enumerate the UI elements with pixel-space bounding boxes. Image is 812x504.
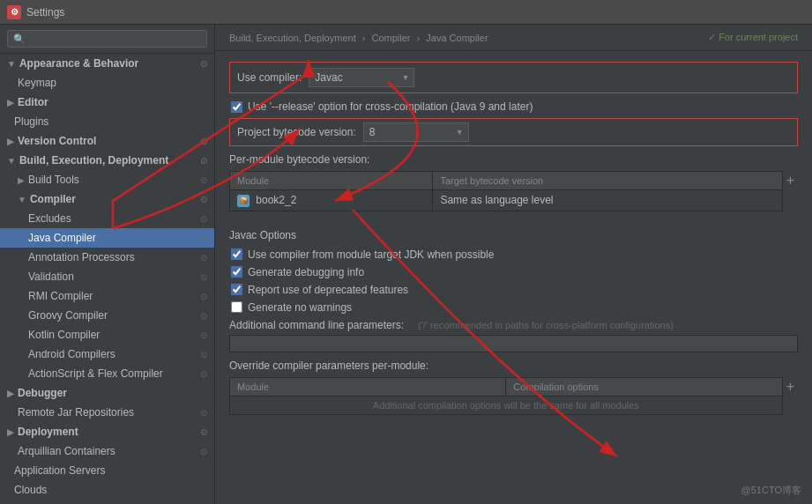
javac-option-4-row: Generate no warnings <box>229 301 798 314</box>
sidebar-icon-vc: ⊙ <box>200 137 207 146</box>
sidebar-item-plugins[interactable]: Plugins <box>0 112 214 131</box>
javac-option-2-label: Generate debugging info <box>248 266 364 278</box>
use-compiler-select[interactable]: Javac Eclipse Ajc <box>309 68 414 87</box>
javac-option-3-checkbox[interactable] <box>231 284 242 295</box>
sidebar: ▼Appearance & Behavior ⊙ Keymap ▶Editor … <box>0 25 215 504</box>
module-table: Module Target bytecode version 📦 book2_2… <box>229 171 783 211</box>
sidebar-item-remote-jar[interactable]: Remote Jar Repositories ⊙ <box>0 403 214 422</box>
sidebar-icon-build: ⊙ <box>200 156 207 166</box>
watermark: @51CTO博客 <box>741 484 801 497</box>
sidebar-item-groovy-compiler[interactable]: Groovy Compiler ⊙ <box>0 306 214 325</box>
content-body: Use compiler: Javac Eclipse Ajc Use '--r… <box>215 51 812 504</box>
module-version-cell: Same as language level <box>433 190 782 211</box>
title-bar-label: Settings <box>26 6 64 19</box>
sidebar-icon-validation: ⊙ <box>200 272 207 282</box>
sidebar-item-deployment[interactable]: ▶Deployment ⊙ <box>0 422 214 441</box>
use-compiler-row: Use compiler: Javac Eclipse Ajc <box>229 62 798 93</box>
sidebar-item-clouds[interactable]: Clouds <box>0 480 214 500</box>
override-hint-row: Additional compilation options will be t… <box>230 396 783 414</box>
javac-option-1-checkbox[interactable] <box>231 248 242 260</box>
content-header: Build, Execution, Deployment › Compiler … <box>215 25 812 51</box>
sidebar-item-excludes[interactable]: Excludes ⊙ <box>0 209 214 228</box>
javac-option-1-label: Use compiler from module target JDK when… <box>248 248 494 261</box>
search-input[interactable] <box>7 30 207 48</box>
sidebar-icon-android: ⊙ <box>200 350 207 359</box>
additional-params-input[interactable] <box>229 335 798 352</box>
sidebar-icon-kotlin: ⊙ <box>200 330 207 340</box>
javac-option-4-label: Generate no warnings <box>248 301 352 314</box>
bytecode-version-label: Project bytecode version: <box>237 126 356 138</box>
for-current-project: ✓ For current project <box>708 32 798 43</box>
content-area: Build, Execution, Deployment › Compiler … <box>215 25 812 504</box>
javac-option-3-row: Report use of deprecated features <box>229 284 798 296</box>
add-module-button[interactable]: + <box>783 171 798 190</box>
module-name-cell: 📦 book2_2 <box>230 190 433 211</box>
override-label: Override compiler parameters per-module: <box>229 359 798 372</box>
override-table: Module Compilation options Additional co… <box>229 377 783 415</box>
sidebar-icon-actionscript: ⊙ <box>200 369 207 379</box>
sidebar-item-actionscript[interactable]: ActionScript & Flex Compiler ⊙ <box>0 364 214 383</box>
sidebar-item-appearance[interactable]: ▼Appearance & Behavior ⊙ <box>0 54 214 73</box>
cross-compilation-label: Use '--release' option for cross-compila… <box>248 100 533 113</box>
title-bar: ⚙ Settings <box>0 0 812 25</box>
sidebar-icon-buildtools: ⊙ <box>200 175 207 185</box>
module-icon: 📦 <box>237 195 250 207</box>
sidebar-icon-appearance: ⊙ <box>200 59 207 69</box>
javac-option-4-checkbox[interactable] <box>231 301 242 313</box>
sidebar-item-rmi-compiler[interactable]: RMI Compiler ⊙ <box>0 286 214 306</box>
breadcrumb: Build, Execution, Deployment › Compiler … <box>229 33 488 43</box>
javac-options-label: Javac Options <box>229 229 798 241</box>
javac-option-1-row: Use compiler from module target JDK when… <box>229 248 798 261</box>
sidebar-icon-deployment: ⊙ <box>200 427 207 437</box>
sidebar-icon-remotejar: ⊙ <box>200 408 207 418</box>
sidebar-item-kotlin-compiler[interactable]: Kotlin Compiler ⊙ <box>0 325 214 345</box>
sidebar-icon-annotation: ⊙ <box>200 253 207 263</box>
sidebar-icon-compiler: ⊙ <box>200 195 207 204</box>
override-module-col: Module <box>230 377 506 396</box>
sidebar-icon-javacompiler: ⊙ <box>200 233 207 243</box>
sidebar-item-arquillian[interactable]: Arquillian Containers ⊙ <box>0 441 214 461</box>
sidebar-icon-excludes: ⊙ <box>200 214 207 224</box>
additional-params-hint: ('/' recommended in paths for cross-plat… <box>418 320 674 330</box>
settings-icon: ⚙ <box>7 5 21 19</box>
breadcrumb-part1: Build, Execution, Deployment <box>229 33 356 43</box>
sidebar-item-build-execution[interactable]: ▼Build, Execution, Deployment ⊙ <box>0 151 214 170</box>
cross-compilation-row: Use '--release' option for cross-compila… <box>229 100 798 113</box>
sidebar-item-version-control[interactable]: ▶Version Control ⊙ <box>0 131 214 151</box>
use-compiler-select-wrapper: Javac Eclipse Ajc <box>309 68 414 87</box>
override-hint-text: Additional compilation options will be t… <box>230 396 783 414</box>
sidebar-icon-groovy: ⊙ <box>200 311 207 321</box>
javac-option-2-checkbox[interactable] <box>231 266 242 278</box>
bytecode-version-select[interactable]: 8 9 10 11 <box>363 122 469 142</box>
sidebar-item-editor[interactable]: ▶Editor <box>0 93 214 112</box>
search-box <box>0 25 214 54</box>
use-compiler-label: Use compiler: <box>237 71 302 84</box>
sidebar-item-app-servers[interactable]: Application Servers <box>0 461 214 480</box>
sidebar-item-debugger[interactable]: ▶Debugger <box>0 383 214 403</box>
sidebar-item-android-compilers[interactable]: Android Compilers ⊙ <box>0 345 214 364</box>
table-row[interactable]: 📦 book2_2 Same as language level <box>230 190 783 211</box>
javac-option-2-row: Generate debugging info <box>229 266 798 278</box>
sidebar-icon-arquillian: ⊙ <box>200 447 207 456</box>
main-layout: ▼Appearance & Behavior ⊙ Keymap ▶Editor … <box>0 25 812 504</box>
additional-params-label: Additional command line parameters: <box>229 319 404 331</box>
sidebar-item-build-tools[interactable]: ▶Build Tools ⊙ <box>0 170 214 189</box>
sidebar-item-annotation-processors[interactable]: Annotation Processors ⊙ <box>0 248 214 267</box>
sidebar-item-keymap[interactable]: Keymap <box>0 73 214 93</box>
sidebar-item-compiler[interactable]: ▼Compiler ⊙ <box>0 189 214 209</box>
breadcrumb-part3: Java Compiler <box>426 33 488 43</box>
add-override-button[interactable]: + <box>783 377 798 397</box>
sidebar-icon-rmi: ⊙ <box>200 292 207 301</box>
cross-compilation-checkbox[interactable] <box>231 101 242 113</box>
sidebar-item-validation[interactable]: Validation ⊙ <box>0 267 214 286</box>
module-col-header: Module <box>230 172 433 190</box>
per-module-label: Per-module bytecode version: <box>229 153 798 166</box>
target-bytecode-col-header: Target bytecode version <box>433 172 782 190</box>
javac-option-3-label: Report use of deprecated features <box>248 284 408 296</box>
bytecode-version-row: Project bytecode version: 8 9 10 11 <box>229 118 798 146</box>
sidebar-item-java-compiler[interactable]: Java Compiler ⊙ <box>0 228 214 248</box>
bytecode-select-wrapper: 8 9 10 11 <box>363 122 469 142</box>
override-options-col: Compilation options <box>506 377 782 396</box>
breadcrumb-part2: Compiler <box>371 33 410 43</box>
